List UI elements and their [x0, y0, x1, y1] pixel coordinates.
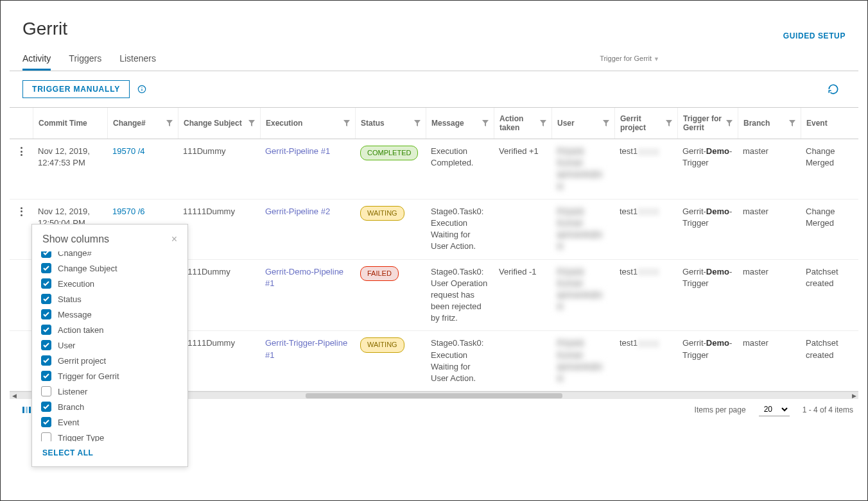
column-visibility-option[interactable]: Status	[41, 291, 178, 307]
change-link[interactable]: 19570 /6	[112, 207, 145, 216]
column-visibility-option[interactable]: Event	[41, 414, 178, 430]
column-visibility-option[interactable]: Gerrit project	[41, 353, 178, 368]
cell-event: Patchset created	[801, 331, 851, 391]
col-header-action-taken[interactable]: Action taken	[494, 108, 551, 139]
filter-icon[interactable]	[726, 120, 733, 126]
checkbox-icon[interactable]	[41, 309, 51, 319]
select-all-link[interactable]: SELECT ALL	[42, 448, 94, 457]
column-visibility-option[interactable]: Branch	[41, 399, 178, 414]
cell-branch: master	[738, 260, 801, 331]
execution-link[interactable]: Gerrit-Pipeline #2	[265, 207, 330, 216]
col-header-message[interactable]: Message	[426, 108, 494, 139]
filter-icon[interactable]	[603, 120, 609, 126]
checkbox-icon[interactable]	[41, 325, 51, 335]
items-per-page-select[interactable]: 20	[759, 403, 790, 416]
cell-branch: master	[738, 200, 801, 259]
refresh-icon[interactable]	[828, 83, 839, 95]
close-icon[interactable]: ×	[171, 234, 177, 245]
option-label: Trigger Type	[58, 433, 104, 442]
col-header-branch[interactable]: Branch	[738, 108, 801, 139]
checkbox-icon[interactable]	[41, 432, 51, 441]
checkbox-icon[interactable]	[41, 263, 51, 273]
checkbox-icon[interactable]	[41, 294, 51, 304]
cell-message: Stage0.Task0: Execution Waiting for User…	[426, 331, 494, 391]
filter-icon[interactable]	[248, 120, 255, 126]
column-visibility-option[interactable]: Trigger for Gerrit	[41, 368, 178, 384]
option-label: Execution	[58, 279, 94, 289]
column-visibility-option[interactable]: Action taken	[41, 322, 178, 337]
checkbox-icon[interactable]	[41, 371, 51, 381]
info-icon[interactable]	[137, 85, 146, 94]
checkbox-icon[interactable]	[41, 340, 51, 350]
filter-icon[interactable]	[666, 120, 672, 126]
svg-rect-3	[22, 407, 24, 413]
row-actions-icon[interactable]	[21, 207, 22, 216]
execution-link[interactable]: Gerrit-Demo-Pipeline #1	[265, 267, 343, 288]
col-header-status[interactable]: Status	[355, 108, 426, 139]
scroll-thumb[interactable]	[306, 393, 562, 398]
option-label: Branch	[58, 402, 84, 412]
cell-user-redacted: Priyank Kumari aprivanik@vm	[557, 338, 603, 383]
col-header-trigger-for-gerrit[interactable]: Trigger for Gerrit	[677, 108, 738, 139]
tab-activity[interactable]: Activity	[22, 53, 51, 71]
cell-trigger: Gerrit-Demo-Trigger	[677, 260, 738, 331]
filter-icon[interactable]	[166, 120, 173, 126]
column-visibility-option[interactable]: Change#	[41, 251, 178, 260]
tab-listeners[interactable]: Listeners	[119, 53, 156, 71]
cell-trigger: Gerrit-Demo-Trigger	[677, 139, 738, 199]
tab-triggers[interactable]: Triggers	[69, 53, 101, 71]
col-header-commit-time[interactable]: Commit Time	[33, 108, 107, 139]
col-header-change-subject[interactable]: Change Subject	[178, 108, 260, 139]
cell-event: Change Merged	[801, 139, 851, 199]
checkbox-icon[interactable]	[41, 355, 51, 366]
checkbox-icon[interactable]	[41, 278, 51, 289]
column-visibility-option[interactable]: Trigger Type	[41, 430, 178, 441]
checkbox-icon[interactable]	[41, 386, 51, 396]
action-bar: TRIGGER MANUALLY	[10, 71, 858, 107]
tab-bar: Activity Triggers Listeners Trigger for …	[10, 53, 858, 71]
cell-project: test1	[614, 139, 677, 199]
column-visibility-option[interactable]: Message	[41, 307, 178, 322]
row-actions-icon[interactable]	[21, 147, 22, 156]
cell-project: test1	[614, 200, 677, 259]
checkbox-icon[interactable]	[41, 251, 51, 258]
cell-subject: 1111Dummy	[178, 260, 260, 331]
cell-branch: master	[738, 331, 801, 391]
cell-project: test1	[614, 331, 677, 391]
page-title: Gerrit	[22, 19, 67, 39]
filter-icon[interactable]	[482, 120, 489, 126]
page-range: 1 - 4 of 4 items	[803, 405, 853, 414]
trigger-manually-button[interactable]: TRIGGER MANUALLY	[22, 80, 130, 98]
filter-icon[interactable]	[540, 120, 546, 126]
cell-action-taken: Verified -1	[494, 260, 551, 331]
column-toggle-icon[interactable]	[22, 405, 31, 414]
floating-trigger-label: Trigger for Gerrit ▼	[600, 55, 659, 62]
col-header-change[interactable]: Change#	[107, 108, 178, 139]
filter-icon[interactable]	[414, 120, 421, 126]
checkbox-icon[interactable]	[41, 417, 51, 427]
checkbox-icon[interactable]	[41, 402, 51, 412]
scroll-left-arrow[interactable]: ◀	[10, 392, 19, 400]
cell-commit-time: Nov 12, 2019, 12:47:53 PM	[33, 139, 107, 199]
column-visibility-option[interactable]: Listener	[41, 384, 178, 399]
option-label: Gerrit project	[58, 356, 106, 366]
execution-link[interactable]: Gerrit-Trigger-Pipeline #1	[265, 338, 347, 359]
filter-icon[interactable]	[789, 120, 795, 126]
col-header-gerrit-project[interactable]: Gerrit project	[614, 108, 677, 139]
filter-icon[interactable]	[343, 120, 350, 126]
cell-message: Stage0.Task0: User Operation request has…	[426, 260, 494, 331]
guided-setup-link[interactable]: GUIDED SETUP	[783, 31, 846, 40]
col-header-execution[interactable]: Execution	[260, 108, 355, 139]
column-visibility-option[interactable]: Execution	[41, 276, 178, 291]
column-visibility-option[interactable]: Change Subject	[41, 260, 178, 276]
cell-action-taken	[494, 200, 551, 259]
change-link[interactable]: 19570 /4	[112, 146, 145, 156]
option-label: Listener	[58, 387, 87, 396]
scroll-right-arrow[interactable]: ▶	[849, 392, 858, 400]
execution-link[interactable]: Gerrit-Pipeline #1	[265, 146, 330, 156]
popover-body[interactable]: Change#Change SubjectExecutionStatusMess…	[32, 251, 187, 441]
status-badge: COMPLETED	[360, 146, 418, 160]
col-header-event[interactable]: Event	[801, 108, 851, 139]
col-header-user[interactable]: User	[551, 108, 614, 139]
column-visibility-option[interactable]: User	[41, 337, 178, 353]
